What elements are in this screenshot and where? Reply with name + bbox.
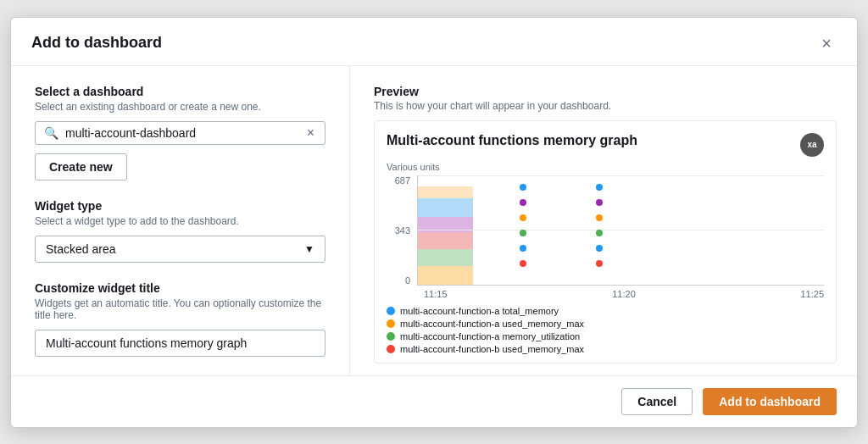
preview-label: Preview <box>374 85 837 98</box>
modal-body: Select a dashboard Select an existing da… <box>11 66 857 375</box>
y-label-bottom: 0 <box>405 275 410 286</box>
dashboard-search-input[interactable] <box>65 126 305 140</box>
select-dashboard-desc: Select an existing dashboard or create a… <box>35 101 326 113</box>
x-label-1: 11:15 <box>424 289 448 299</box>
widget-type-desc: Select a widget type to add to the dashb… <box>35 215 326 227</box>
create-new-button[interactable]: Create new <box>35 153 127 180</box>
chart-title: Multi-account functions memory graph <box>387 133 637 148</box>
add-to-dashboard-button[interactable]: Add to dashboard <box>703 388 837 415</box>
clear-search-button[interactable]: × <box>305 126 316 140</box>
customize-title-section: Customize widget title Widgets get an au… <box>35 281 326 357</box>
chart-header: Multi-account functions memory graph xa <box>387 133 824 157</box>
right-panel: Preview This is how your chart will appe… <box>350 66 857 375</box>
chart-units-label: Various units <box>387 162 824 172</box>
legend-label-0: multi-account-function-a total_memory <box>400 306 559 316</box>
close-button[interactable]: × <box>816 33 837 53</box>
x-label-2: 11:20 <box>612 289 636 299</box>
search-row: 🔍 × <box>35 121 326 145</box>
widget-type-value: Stacked area <box>46 242 304 256</box>
legend-item-2: multi-account-function-a memory_utilizat… <box>387 331 824 341</box>
select-dashboard-label: Select a dashboard <box>35 85 326 98</box>
y-label-top: 687 <box>395 175 410 186</box>
chart-container: Multi-account functions memory graph xa … <box>374 120 837 364</box>
widget-type-section: Widget type Select a widget type to add … <box>35 199 326 263</box>
legend-item-3: multi-account-function-b used_memory_max <box>387 344 824 354</box>
widget-title-input[interactable] <box>35 330 326 357</box>
chart-area: 687 343 0 <box>387 175 824 286</box>
left-panel: Select a dashboard Select an existing da… <box>11 66 350 375</box>
x-axis: 11:15 11:20 11:25 <box>424 286 824 299</box>
legend-dot-0 <box>387 307 395 315</box>
select-dashboard-section: Select a dashboard Select an existing da… <box>35 85 326 180</box>
legend-label-3: multi-account-function-b used_memory_max <box>400 344 584 354</box>
widget-type-label: Widget type <box>35 199 326 213</box>
search-icon: 🔍 <box>44 126 58 140</box>
legend-dot-3 <box>387 345 395 353</box>
chart-avatar: xa <box>800 133 824 157</box>
chart-plot <box>417 175 824 286</box>
y-label-mid: 343 <box>395 225 410 236</box>
legend-item-1: multi-account-function-a used_memory_max <box>387 319 824 329</box>
x-label-3: 11:25 <box>800 289 824 299</box>
modal-title: Add to dashboard <box>31 34 162 52</box>
y-axis: 687 343 0 <box>387 175 417 286</box>
cancel-button[interactable]: Cancel <box>621 388 693 415</box>
legend-label-1: multi-account-function-a used_memory_max <box>400 319 584 329</box>
modal-header: Add to dashboard × <box>11 18 857 66</box>
modal-footer: Cancel Add to dashboard <box>11 375 857 427</box>
chevron-down-icon: ▼ <box>304 243 314 255</box>
add-to-dashboard-modal: Add to dashboard × Select a dashboard Se… <box>10 17 858 428</box>
customize-title-label: Customize widget title <box>35 281 326 295</box>
legend-label-2: multi-account-function-a memory_utilizat… <box>400 331 580 341</box>
chart-legend: multi-account-function-a total_memory mu… <box>387 306 824 354</box>
legend-dot-1 <box>387 319 395 328</box>
legend-dot-2 <box>387 332 395 341</box>
legend-item-0: multi-account-function-a total_memory <box>387 306 824 316</box>
customize-title-desc: Widgets get an automatic title. You can … <box>35 297 326 321</box>
widget-type-dropdown[interactable]: Stacked area ▼ <box>35 236 326 263</box>
preview-desc: This is how your chart will appear in yo… <box>374 100 837 112</box>
